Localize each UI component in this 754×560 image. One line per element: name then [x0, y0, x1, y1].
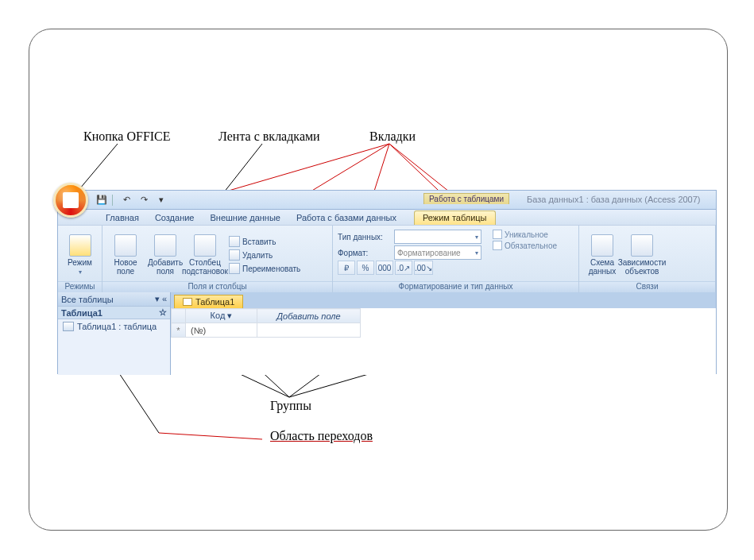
group-relationships: Схема данных Зависимости объектов Связи	[579, 226, 716, 292]
qat-separator	[112, 195, 116, 206]
chevron-icon: ☆	[159, 307, 167, 318]
cell-add-new[interactable]	[257, 323, 361, 338]
save-icon: 💾	[96, 195, 107, 205]
tab-create[interactable]: Создание	[147, 211, 203, 225]
group-rel-title: Связи	[579, 281, 715, 292]
col-id-header[interactable]: Код ▾	[186, 309, 257, 323]
qat-redo-button[interactable]: ↷	[137, 193, 151, 207]
add-fields-button[interactable]: Добавить поля	[147, 232, 184, 278]
view-icon	[69, 234, 91, 257]
qat-more-button[interactable]: ▾	[154, 193, 168, 207]
views-button[interactable]: Режим ▾	[63, 232, 97, 278]
table-icon	[154, 234, 176, 257]
group-formatting: Тип данных: ▾ Формат: Форматирование▾ ₽ …	[333, 226, 579, 292]
nav-header[interactable]: Все таблицы ▾ «	[58, 292, 170, 307]
rename-icon	[229, 263, 240, 274]
unique-checkbox[interactable]	[493, 230, 502, 239]
nav-item-table1[interactable]: Таблица1 : таблица	[58, 319, 170, 334]
annotation-navpane: Область переходов	[270, 429, 373, 443]
schema-button[interactable]: Схема данных	[584, 232, 621, 278]
app-window: 💾 ↶ ↷ ▾ Работа с таблицами База данных1 …	[57, 190, 717, 374]
chevron-down-icon: ▾	[159, 195, 164, 205]
office-button[interactable]	[53, 183, 88, 218]
ribbon: Режим ▾ Режимы Новое поле Добавить поля …	[58, 226, 716, 292]
datatype-combo[interactable]: ▾	[394, 230, 481, 244]
annotation-ribbon: Лента с вкладками	[218, 129, 320, 144]
format-combo[interactable]: Форматирование▾	[394, 245, 481, 260]
collapse-icon: «	[162, 294, 167, 303]
insert-button[interactable]: Вставить	[226, 235, 303, 248]
annotation-tabs: Вкладки	[369, 129, 416, 144]
redo-icon: ↷	[141, 195, 148, 205]
quick-access-toolbar: 💾 ↶ ↷ ▾	[95, 193, 168, 207]
table-icon	[63, 322, 74, 331]
tab-home[interactable]: Главная	[98, 211, 147, 225]
tab-table-mode[interactable]: Режим таблицы	[414, 210, 496, 225]
window-title: База данных1 : база данных (Access 2007)	[527, 195, 701, 204]
delete-icon	[229, 249, 240, 261]
workspace: Все таблицы ▾ « Таблица1 ☆ Таблица1 : та…	[58, 292, 716, 375]
lookup-column-button[interactable]: Столбец подстановок	[187, 232, 223, 278]
insert-icon	[229, 236, 240, 247]
chevron-down-icon: ▾	[155, 294, 160, 303]
qat-undo-button[interactable]: ↶	[119, 193, 133, 207]
thousands-button[interactable]: 000	[376, 261, 393, 275]
dec-inc-button[interactable]: .0↗	[395, 261, 412, 275]
currency-button[interactable]: ₽	[338, 261, 355, 275]
ribbon-tabs: Главная Создание Внешние данные Работа с…	[58, 210, 716, 226]
title-bar: 💾 ↶ ↷ ▾ Работа с таблицами База данных1 …	[58, 191, 716, 210]
annotation-office: Кнопка OFFICE	[83, 129, 171, 144]
new-row-selector[interactable]: *	[172, 323, 186, 338]
datasheet-grid[interactable]: Код ▾ Добавить поле * (№)	[171, 308, 716, 375]
delete-button[interactable]: Удалить	[226, 249, 303, 261]
group-fmt-title: Форматирование и тип данных	[333, 281, 578, 292]
annotation-groups: Группы	[270, 399, 311, 413]
views-label: Режим	[68, 258, 92, 267]
nav-group-table1[interactable]: Таблица1 ☆	[58, 307, 170, 319]
dependencies-button[interactable]: Зависимости объектов	[624, 232, 660, 278]
group-cols-title: Поля и столбцы	[102, 281, 332, 292]
tab-external-data[interactable]: Внешние данные	[203, 211, 288, 225]
contextual-tab-caption: Работа с таблицами	[423, 193, 509, 204]
tab-database-tools[interactable]: Работа с базами данных	[288, 211, 404, 225]
navigation-pane: Все таблицы ▾ « Таблица1 ☆ Таблица1 : та…	[58, 292, 171, 375]
unique-label: Уникальное	[505, 230, 548, 239]
select-all-cell[interactable]	[172, 309, 186, 323]
datatype-label: Тип данных:	[338, 233, 392, 241]
qat-save-button[interactable]: 💾	[95, 193, 109, 207]
undo-icon: ↶	[123, 195, 130, 205]
format-label: Формат:	[338, 249, 392, 257]
chevron-down-icon: ▾	[227, 311, 232, 320]
new-field-button[interactable]: Новое поле	[107, 232, 144, 278]
deps-icon	[631, 234, 653, 257]
percent-button[interactable]: %	[357, 261, 374, 275]
group-fields-columns: Новое поле Добавить поля Столбец подстан…	[102, 226, 333, 292]
rename-button[interactable]: Переименовать	[226, 262, 303, 275]
table-icon	[194, 234, 216, 257]
table-icon	[114, 234, 137, 257]
dec-dec-button[interactable]: .00↘	[414, 261, 433, 275]
relations-icon	[591, 234, 613, 257]
group-views: Режим ▾ Режимы	[58, 226, 102, 292]
required-checkbox[interactable]	[493, 241, 502, 250]
required-label: Обязательное	[505, 241, 557, 250]
col-add-field[interactable]: Добавить поле	[257, 309, 361, 323]
group-views-title: Режимы	[58, 281, 102, 292]
document-tabstrip: Таблица1	[171, 292, 716, 308]
datasheet-area: Таблица1 Код ▾ Добавить поле * (№)	[171, 292, 716, 375]
cell-id-new[interactable]: (№)	[186, 323, 257, 338]
table-icon	[183, 298, 192, 306]
chevron-down-icon: ▾	[79, 268, 82, 276]
doc-tab-table1[interactable]: Таблица1	[174, 295, 243, 308]
